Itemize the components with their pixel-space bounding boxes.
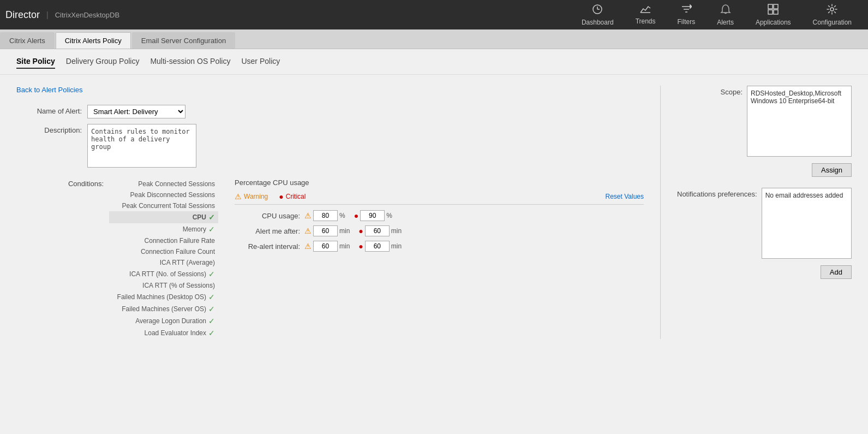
nav-item-configuration[interactable]: Configuration <box>802 0 863 31</box>
policy-tab-site[interactable]: Site Policy <box>16 57 55 69</box>
warning-icon-alert: ⚠ <box>304 227 312 235</box>
condition-connection-failure-rate[interactable]: Connection Failure Rate <box>109 235 218 246</box>
scope-value: RDSHosted_Desktop,Microsoft Windows 10 E… <box>751 90 841 105</box>
warning-icon-cpu: ⚠ <box>304 211 312 220</box>
nav-items: Dashboard Trends Filters <box>571 0 863 31</box>
detail-header: Percentage CPU usage <box>235 179 644 187</box>
svg-point-10 <box>830 8 834 11</box>
tabs-bar: Citrix Alerts Citrix Alerts Policy Email… <box>0 29 868 49</box>
realert-warning-input[interactable] <box>313 241 338 252</box>
metric-label-realert: Re-alert interval: <box>235 242 300 251</box>
nav-label-filters: Filters <box>678 18 696 26</box>
critical-label: ● Critical <box>279 192 306 201</box>
realert-critical-input[interactable] <box>365 241 390 252</box>
tab-email-server[interactable]: Email Server Configuration <box>132 32 235 49</box>
cpu-critical-unit: % <box>386 212 392 219</box>
top-nav: Director | CitrixXenDesktopDB Dashboard … <box>0 0 868 29</box>
right-panel: Scope: RDSHosted_Desktop,Microsoft Windo… <box>677 86 852 339</box>
nav-item-alerts[interactable]: Alerts <box>706 0 745 31</box>
memory-check-icon: ✓ <box>208 225 215 234</box>
critical-icon-realert: ● <box>358 242 363 251</box>
back-link[interactable]: Back to Alert Policies <box>16 86 82 94</box>
description-textarea[interactable]: Contains rules to monitor health of a de… <box>87 124 196 168</box>
conditions-detail: Percentage CPU usage ⚠ Warning ● Critica… <box>235 179 644 339</box>
warning-triangle-icon: ⚠ <box>235 192 242 201</box>
metric-row-alert-after: Alert me after: ⚠ min ● min <box>235 225 644 236</box>
condition-peak-connected[interactable]: Peak Connected Sessions <box>109 179 218 189</box>
alerts-icon <box>720 4 731 16</box>
alert-warning-unit: min <box>339 227 350 235</box>
notifications-content: No email addresses added <box>762 188 852 259</box>
condition-avg-logon[interactable]: Average Logon Duration ✓ <box>109 315 218 327</box>
cpu-critical-input[interactable] <box>360 210 385 221</box>
realert-critical-unit: min <box>391 242 402 250</box>
warning-icon-realert: ⚠ <box>304 242 312 251</box>
notifications-value: No email addresses added <box>765 192 843 199</box>
vertical-divider <box>660 86 661 339</box>
nav-item-filters[interactable]: Filters <box>667 0 707 31</box>
metric-label-cpu-usage: CPU usage: <box>235 212 300 220</box>
critical-input-group-alert: ● min <box>358 225 402 236</box>
failed-desktop-check-icon: ✓ <box>208 293 215 301</box>
policy-tab-delivery-group[interactable]: Delivery Group Policy <box>66 57 140 69</box>
metric-label-alert-after: Alert me after: <box>235 227 300 235</box>
scope-section: Scope: RDSHosted_Desktop,Microsoft Windo… <box>677 86 852 157</box>
reset-values-link[interactable]: Reset Values <box>606 193 644 200</box>
warning-input-group-realert: ⚠ min <box>304 241 350 252</box>
nav-item-applications[interactable]: Applications <box>745 0 802 31</box>
name-label: Name of Alert: <box>16 105 82 115</box>
nav-item-trends[interactable]: Trends <box>625 0 667 31</box>
content-area: Back to Alert Policies Name of Alert: Sm… <box>0 75 868 350</box>
warning-input-group-alert: ⚠ min <box>304 225 350 236</box>
nav-item-dashboard[interactable]: Dashboard <box>571 0 625 31</box>
metric-row-cpu-usage: CPU usage: ⚠ % ● % <box>235 210 644 221</box>
warning-label: ⚠ Warning <box>235 192 268 201</box>
alert-critical-unit: min <box>391 227 402 235</box>
left-panel: Back to Alert Policies Name of Alert: Sm… <box>16 86 644 339</box>
policy-tab-multi-session[interactable]: Multi-session OS Policy <box>150 57 230 69</box>
conditions-list: Peak Connected Sessions Peak Disconnecte… <box>109 179 218 339</box>
alert-warning-input[interactable] <box>313 225 338 236</box>
assign-button[interactable]: Assign <box>812 163 852 177</box>
metric-row-realert: Re-alert interval: ⚠ min ● min <box>235 241 644 252</box>
critical-icon-cpu: ● <box>354 211 358 220</box>
scope-label: Scope: <box>677 86 743 96</box>
condition-ica-rtt-pct[interactable]: ICA RTT (% of Sessions) <box>109 280 218 291</box>
name-select[interactable]: Smart Alert: Delivery <box>87 105 185 118</box>
nav-db: CitrixXenDesktopDB <box>55 11 120 19</box>
name-select-container: Smart Alert: Delivery <box>87 105 185 118</box>
svg-rect-6 <box>768 4 773 9</box>
scope-box: RDSHosted_Desktop,Microsoft Windows 10 E… <box>747 86 852 157</box>
condition-connection-failure-count[interactable]: Connection Failure Count <box>109 246 218 257</box>
cpu-warning-unit: % <box>339 212 345 219</box>
nav-separator: | <box>46 10 49 19</box>
condition-load-evaluator[interactable]: Load Evaluator Index ✓ <box>109 327 218 339</box>
cpu-warning-input[interactable] <box>313 210 338 221</box>
condition-ica-rtt-sessions[interactable]: ICA RTT (No. of Sessions) ✓ <box>109 268 218 280</box>
policy-tab-user-policy[interactable]: User Policy <box>241 57 280 69</box>
condition-cpu[interactable]: CPU ✓ <box>109 211 218 223</box>
cpu-check-icon: ✓ <box>208 213 215 222</box>
condition-ica-rtt-avg[interactable]: ICA RTT (Average) <box>109 257 218 268</box>
condition-failed-desktop[interactable]: Failed Machines (Desktop OS) ✓ <box>109 291 218 303</box>
svg-rect-9 <box>774 10 778 14</box>
condition-peak-disconnected[interactable]: Peak Disconnected Sessions <box>109 189 218 200</box>
notifications-label: Notifications preferences: <box>677 188 757 198</box>
form-section: Name of Alert: Smart Alert: Delivery Des… <box>16 105 644 168</box>
configuration-icon <box>827 4 837 16</box>
condition-failed-server[interactable]: Failed Machines (Server OS) ✓ <box>109 303 218 315</box>
condition-peak-concurrent[interactable]: Peak Concurrent Total Sessions <box>109 200 218 211</box>
description-row: Description: Contains rules to monitor h… <box>16 124 644 168</box>
nav-label-dashboard: Dashboard <box>582 19 614 26</box>
tab-citrix-alerts-policy[interactable]: Citrix Alerts Policy <box>56 32 131 49</box>
alert-critical-input[interactable] <box>365 225 390 236</box>
nav-label-applications: Applications <box>756 19 791 26</box>
description-label: Description: <box>16 124 82 134</box>
critical-icon-alert: ● <box>358 227 363 235</box>
add-button[interactable]: Add <box>821 265 852 279</box>
tab-citrix-alerts[interactable]: Citrix Alerts <box>0 32 55 49</box>
condition-memory[interactable]: Memory ✓ <box>109 223 218 235</box>
scope-content: RDSHosted_Desktop,Microsoft Windows 10 E… <box>747 86 852 157</box>
nav-label-trends: Trends <box>636 17 656 25</box>
applications-icon <box>768 4 779 16</box>
